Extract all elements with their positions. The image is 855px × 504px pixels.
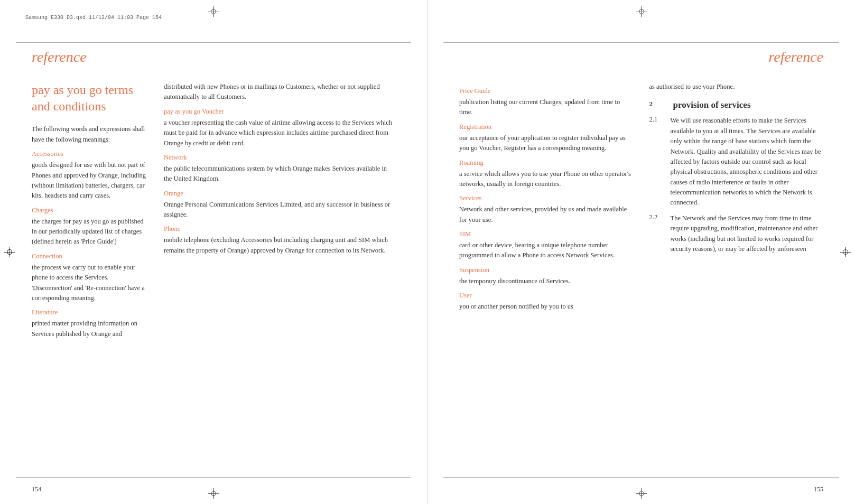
term-body-suspension: the temporary discontinuance of Services… [459,276,634,286]
term-body-accessories: goods designed for use with but not part… [32,160,148,201]
term-services: Services Network and other services, pro… [459,194,634,225]
main-title: pay as you go terms and conditions [32,82,148,115]
term-roaming: Roaming a service which allows you to us… [459,159,634,190]
term-body-services: Network and other services, provided by … [459,204,634,225]
right-col-2: as authorised to use your Phone. 2 provi… [649,82,824,467]
section-2-heading: 2 provision of services [649,100,824,110]
term-body-phone: mobile telephone (excluding Accessories … [164,235,395,256]
page-num-right: 155 [814,486,823,493]
term-heading-phone: Phone [164,225,395,233]
term-payg-voucher: pay as you go Voucher a voucher represen… [164,108,395,148]
subsection-2-2: 2.2 The Network and the Services may fro… [649,213,824,255]
right-page: reference Price Guide publication listin… [428,0,855,504]
term-body-orange: Orange Personal Communications Services … [164,200,395,220]
subsection-num-2-2: 2.2 [649,213,663,255]
ref-title-right: reference [768,49,823,66]
provision-heading: provision of services [673,100,751,110]
term-heading-connection: Connection [32,253,148,260]
rule-bottom-right [443,477,839,478]
term-accessories: Accessories goods designed for use with … [32,150,148,201]
term-charges: Charges the charges for pay as you go as… [32,207,148,247]
left-content-area: pay as you go terms and conditions The f… [32,82,395,467]
term-body-network: the public telecommunications system by … [164,164,395,184]
term-heading-orange: Orange [164,190,395,198]
subsection-2-1: 2.1 We will use reasonable efforts to ma… [649,116,824,208]
term-heading-suspension: Suspension [459,266,634,274]
term-price-guide: Price Guide publication listing our curr… [459,87,634,118]
reg-mark-mid-left [4,247,15,257]
rule-top-right [443,42,839,43]
right-content-area: Price Guide publication listing our curr… [459,82,823,467]
term-connection: Connection the process we carry out to e… [32,253,148,304]
term-user: User you or another person notified by y… [459,292,634,312]
reg-mark-bottom-left [208,488,219,499]
term-heading-sim: SIM [459,230,634,238]
reg-mark-mid-right [840,247,851,257]
term-heading-literature: Literature [32,309,148,316]
term-heading-registration: Registration [459,123,634,131]
section-num-2: 2 [649,100,663,110]
rule-top-left [16,42,411,43]
term-body-user: you or another person notified by you to… [459,302,634,312]
page-num-left: 154 [32,486,41,493]
term-heading-price-guide: Price Guide [459,87,634,95]
term-body-payg-voucher: a voucher representing the cash value of… [164,118,395,148]
trailing-text: as authorised to use your Phone. [649,82,824,92]
reg-mark-top [208,6,219,17]
term-body-sim: card or other device, bearing a unique t… [459,240,634,261]
term-registration: Registration our acceptance of your appl… [459,123,634,154]
term-heading-user: User [459,292,634,300]
term-heading-network: Network [164,154,395,162]
term-body-literature: printed matter providing information on … [32,319,148,339]
term-orange: Orange Orange Personal Communications Se… [164,190,395,220]
literature-continued: distributed with new Phones or in mailin… [164,82,395,102]
left-col-2: distributed with new Phones or in mailin… [164,82,395,467]
term-sim: SIM card or other device, bearing a uniq… [459,230,634,261]
term-phone: Phone mobile telephone (excluding Access… [164,225,395,256]
term-body-registration: our acceptance of your application to re… [459,133,634,154]
term-heading-accessories: Accessories [32,150,148,158]
subsection-text-2-2: The Network and the Services may from ti… [671,213,824,255]
term-heading-roaming: Roaming [459,159,634,167]
reg-mark-top-right [636,6,647,17]
term-heading-payg-voucher: pay as you go Voucher [164,108,395,116]
subsection-text-2-1: We will use reasonable efforts to make t… [671,116,824,208]
term-body-charges: the charges for pay as you go as publish… [32,217,148,247]
ref-title-left: reference [32,49,87,66]
term-body-roaming: a service which allows you to use your P… [459,169,634,190]
term-heading-services: Services [459,194,634,202]
left-page: Samsung E330 D3.qxd 11/12/04 11:03 Page … [0,0,428,504]
term-body-price-guide: publication listing our current Charges,… [459,97,634,118]
intro-text: The following words and expressions shal… [32,124,148,145]
right-col-1: Price Guide publication listing our curr… [459,82,634,467]
reg-mark-bottom-right [636,488,647,499]
term-suspension: Suspension the temporary discontinuance … [459,266,634,286]
print-info: Samsung E330 D3.qxd 11/12/04 11:03 Page … [25,15,162,21]
term-literature: Literature printed matter providing info… [32,309,148,339]
term-network: Network the public telecommunications sy… [164,154,395,184]
subsection-num-2-1: 2.1 [649,116,663,208]
left-col-1: pay as you go terms and conditions The f… [32,82,148,467]
term-heading-charges: Charges [32,207,148,214]
rule-bottom-left [16,477,411,478]
term-body-connection: the process we carry out to enable your … [32,263,148,304]
